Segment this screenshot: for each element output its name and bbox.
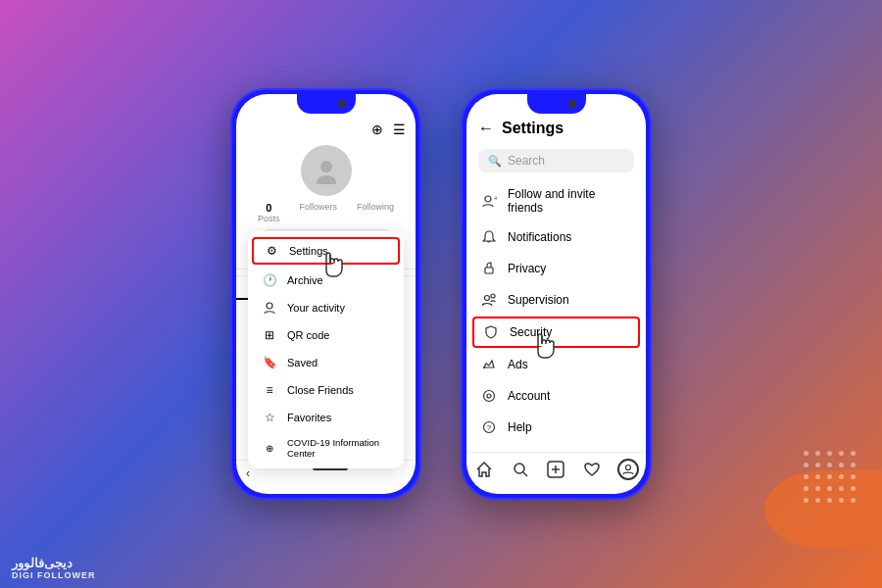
settings-item-about[interactable]: i About (470, 443, 642, 452)
security-icon (482, 323, 500, 341)
search-icon: 🔍 (488, 155, 502, 168)
help-icon: ? (480, 418, 498, 436)
archive-icon: 🕐 (262, 272, 277, 288)
svg-point-8 (267, 303, 272, 309)
following-stat: Following (357, 202, 394, 223)
notifications-icon (480, 228, 498, 246)
svg-text:+: + (494, 195, 497, 202)
menu-item-activity[interactable]: Your activity (248, 294, 404, 321)
menu-item-saved[interactable]: 🔖 Saved (248, 349, 404, 376)
posts-label: Posts (258, 214, 280, 223)
svg-point-10 (485, 196, 491, 202)
svg-point-13 (485, 296, 490, 301)
phone-1: ⊕ ☰ 0 Posts (230, 88, 421, 500)
covid-label: COVID-19 Information Center (287, 437, 390, 459)
privacy-icon (480, 260, 498, 277)
settings-title: Settings (502, 120, 564, 137)
phone-2-notch (527, 94, 586, 114)
svg-point-16 (483, 367, 485, 368)
about-icon: i (480, 450, 498, 452)
supervision-label: Supervision (508, 293, 569, 307)
home-nav-icon[interactable] (473, 459, 495, 480)
settings-item-security[interactable]: Security (472, 317, 640, 348)
watermark-text: دیجی‌فالوور (12, 556, 96, 570)
search-placeholder-text: Search (508, 154, 545, 168)
ads-label: Ads (508, 358, 528, 371)
account-label: Account (508, 389, 550, 403)
back-button[interactable]: ← (478, 120, 494, 137)
favorites-icon: ☆ (262, 410, 277, 425)
svg-rect-12 (485, 268, 493, 273)
following-label: Following (357, 202, 394, 212)
follow-label: Follow and invite friends (508, 187, 632, 215)
svg-point-18 (487, 394, 491, 398)
settings-item-ads[interactable]: Ads (470, 349, 642, 380)
watermark-sub: DIGI FOLLOWER (12, 570, 96, 580)
followers-stat: Followers (299, 202, 337, 223)
bg-dots (804, 451, 862, 510)
archive-label: Archive (287, 274, 323, 286)
saved-icon: 🔖 (262, 355, 277, 370)
add-icon[interactable]: ⊕ (371, 122, 383, 137)
svg-point-14 (491, 294, 495, 298)
avatar (301, 145, 352, 196)
account-icon (480, 387, 498, 405)
bottom-nav (466, 452, 646, 494)
profile-nav-icon[interactable] (617, 459, 639, 480)
phone-2-content: ← Settings 🔍 Search + Follow and invite … (466, 94, 646, 494)
settings-icon: ⚙ (264, 243, 279, 259)
header-icons: ⊕ ☰ (371, 122, 406, 137)
menu-item-qr[interactable]: ⊞ QR code (248, 321, 404, 349)
phones-area: ⊕ ☰ 0 Posts (0, 0, 882, 588)
qr-label: QR code (287, 329, 329, 341)
add-nav-icon[interactable] (545, 459, 566, 480)
activity-icon (262, 300, 277, 316)
menu-item-archive[interactable]: 🕐 Archive (248, 267, 404, 294)
phone-2-screen: ← Settings 🔍 Search + Follow and invite … (466, 94, 646, 494)
menu-icon[interactable]: ☰ (393, 122, 406, 137)
saved-label: Saved (287, 357, 318, 368)
notifications-label: Notifications (508, 230, 571, 244)
settings-item-notifications[interactable]: Notifications (470, 221, 642, 253)
svg-point-1 (317, 175, 336, 184)
close-friends-icon: ≡ (262, 382, 277, 398)
supervision-icon (480, 291, 498, 309)
search-bar[interactable]: 🔍 Search (478, 149, 634, 172)
privacy-label: Privacy (508, 262, 546, 275)
watermark: دیجی‌فالوور DIGI FOLLOWER (12, 556, 96, 580)
settings-item-follow[interactable]: + Follow and invite friends (470, 180, 642, 221)
profile-stats: 0 Posts Followers Following (258, 202, 394, 223)
phone-1-content: ⊕ ☰ 0 Posts (236, 94, 416, 494)
activity-label: Your activity (287, 302, 345, 314)
settings-item-privacy[interactable]: Privacy (470, 253, 642, 284)
posts-stat: 0 Posts (258, 202, 280, 223)
search-nav-icon[interactable] (510, 459, 531, 480)
follow-icon: + (480, 192, 498, 210)
heart-nav-icon[interactable] (581, 459, 603, 480)
followers-label: Followers (299, 202, 337, 212)
phone-1-notch (297, 94, 356, 114)
security-label: Security (510, 325, 552, 339)
menu-item-favorites[interactable]: ☆ Favorites (248, 404, 404, 431)
settings-item-account[interactable]: Account (470, 380, 642, 412)
favorites-label: Favorites (287, 412, 331, 423)
svg-point-0 (320, 161, 332, 172)
posts-count: 0 (266, 202, 271, 214)
qr-icon: ⊞ (262, 327, 277, 343)
menu-item-close-friends[interactable]: ≡ Close Friends (248, 376, 404, 404)
settings-label: Settings (289, 245, 328, 257)
svg-text:?: ? (487, 423, 492, 432)
menu-item-settings[interactable]: ⚙ Settings (252, 237, 400, 265)
covid-icon: ⊕ (262, 440, 277, 456)
help-label: Help (508, 420, 532, 434)
svg-point-23 (514, 464, 524, 473)
phone-1-screen: ⊕ ☰ 0 Posts (236, 94, 416, 494)
settings-item-help[interactable]: ? Help (470, 412, 642, 443)
menu-item-covid[interactable]: ⊕ COVID-19 Information Center (248, 431, 404, 465)
back-arrow[interactable]: ‹ (246, 466, 250, 480)
settings-list: + Follow and invite friends Notification… (466, 180, 646, 452)
svg-point-17 (484, 391, 495, 402)
settings-item-supervision[interactable]: Supervision (470, 284, 642, 316)
close-friends-label: Close Friends (287, 384, 354, 396)
svg-point-28 (625, 466, 630, 470)
